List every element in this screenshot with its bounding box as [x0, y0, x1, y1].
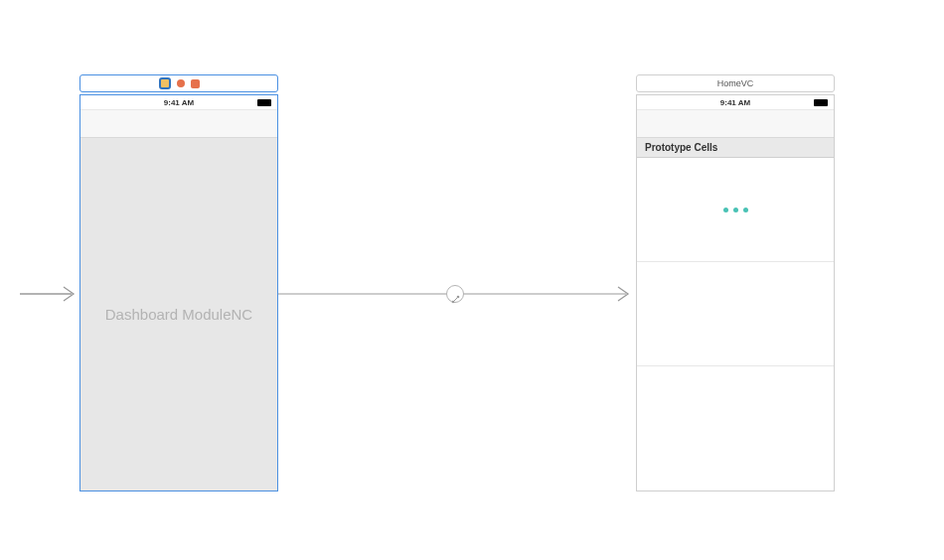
svg-point-4 [456, 295, 459, 298]
scene2-nav-bar [637, 110, 834, 138]
first-responder-icon [177, 79, 185, 87]
scene1-status-time: 9:41 AM [164, 98, 194, 107]
battery-icon [257, 99, 271, 106]
scene1-header[interactable] [79, 74, 278, 92]
exit-icon [191, 79, 200, 88]
scene2-header-title: HomeVC [717, 78, 754, 88]
scene2-status-bar: 9:41 AM [637, 95, 834, 110]
prototype-cells-header: Prototype Cells [637, 138, 834, 158]
ellipsis-indicator [723, 208, 748, 212]
scene1-header-icons [159, 77, 200, 89]
relationship-segue-icon [451, 290, 460, 299]
initial-scene-arrow [20, 284, 79, 304]
dot-icon [723, 208, 728, 212]
scene1-placeholder-label: Dashboard ModuleNC [105, 306, 252, 323]
table-cell[interactable] [637, 262, 834, 366]
segue-badge[interactable] [446, 285, 464, 303]
battery-icon [814, 99, 828, 106]
svg-point-3 [451, 300, 454, 303]
scene1-placeholder: Dashboard ModuleNC [80, 138, 277, 490]
navigation-controller-icon [159, 77, 171, 89]
scene1-status-bar: 9:41 AM [80, 95, 277, 110]
dot-icon [733, 208, 738, 212]
table-cell[interactable] [637, 366, 834, 471]
scene1-navigation-controller[interactable]: 9:41 AM Dashboard ModuleNC [79, 94, 278, 491]
table-cell[interactable] [637, 158, 834, 262]
prototype-cells-label: Prototype Cells [645, 142, 717, 153]
scene2-home-vc[interactable]: 9:41 AM Prototype Cells [636, 94, 835, 491]
scene1-nav-bar [80, 110, 277, 138]
scene2-header[interactable]: HomeVC [636, 74, 835, 92]
dot-icon [743, 208, 748, 212]
scene2-status-time: 9:41 AM [720, 98, 750, 107]
scene2-table-view[interactable] [637, 158, 834, 490]
